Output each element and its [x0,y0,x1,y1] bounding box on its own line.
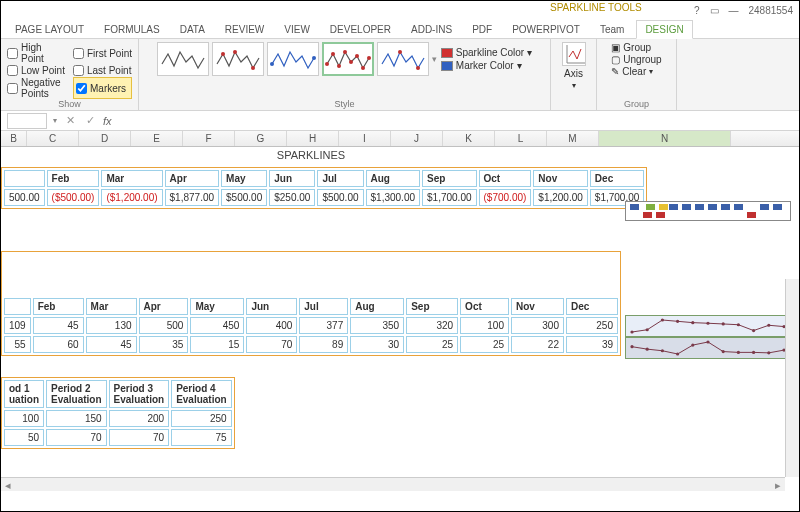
chk-high-point[interactable]: High Point [7,42,65,64]
svg-point-7 [337,64,341,68]
col-header-N[interactable]: N [599,131,731,146]
tab-data[interactable]: DATA [172,21,213,38]
svg-rect-20 [669,204,678,210]
scrollbar-vertical[interactable] [785,279,799,477]
table-currency: FebMarAprMayJunJulAugSepOctNovDec 500.00… [1,167,647,209]
ribbon-tabs: PAGE LAYOUT FORMULAS DATA REVIEW VIEW DE… [1,19,799,39]
svg-point-31 [630,330,633,333]
enter-icon[interactable]: ✓ [83,114,97,127]
chk-markers[interactable]: Markers [73,77,132,99]
group-label-group: Group [603,99,670,109]
col-header-H[interactable]: H [287,131,339,146]
ungroup-icon: ▢ [611,54,620,65]
svg-point-40 [767,324,770,327]
col-header-K[interactable]: K [443,131,495,146]
svg-rect-23 [708,204,717,210]
tab-pdf[interactable]: PDF [464,21,500,38]
svg-point-6 [331,52,335,56]
col-header-E[interactable]: E [131,131,183,146]
ribbon-group-group: ▣Group ▢Ungroup ✎Clear▾ Group [597,39,677,110]
tab-team[interactable]: Team [592,21,632,38]
svg-point-47 [706,340,709,343]
col-header-D[interactable]: D [79,131,131,146]
col-header-M[interactable]: M [547,131,599,146]
col-header-F[interactable]: F [183,131,235,146]
minimize-icon[interactable]: — [729,5,739,16]
style-item-2[interactable] [212,42,264,76]
tab-view[interactable]: VIEW [276,21,318,38]
title-bar: SPARKLINE TOOLS ? ▭ — 24881554 [1,1,799,19]
name-box[interactable] [7,113,47,129]
svg-point-10 [355,54,359,58]
svg-point-35 [691,321,694,324]
svg-point-49 [737,351,740,354]
svg-point-51 [767,351,770,354]
svg-point-8 [343,50,347,54]
svg-point-38 [737,323,740,326]
svg-point-9 [349,60,353,64]
marker-color-button[interactable]: Marker Color▾ [441,60,532,71]
svg-point-2 [251,66,255,70]
tab-powerpivot[interactable]: POWERPIVOT [504,21,588,38]
col-header-G[interactable]: G [235,131,287,146]
col-header-L[interactable]: L [495,131,547,146]
ungroup-button[interactable]: ▢Ungroup [611,54,661,65]
svg-point-48 [722,350,725,353]
sparkline-line-1[interactable] [625,315,791,337]
svg-point-3 [270,62,274,66]
style-gallery[interactable]: ▾ [157,42,437,76]
svg-point-36 [706,322,709,325]
axis-button[interactable]: Axis▾ [562,42,586,90]
style-item-4-selected[interactable] [322,42,374,76]
cancel-icon[interactable]: ✕ [63,114,77,127]
group-button[interactable]: ▣Group [611,42,661,53]
style-item-3[interactable] [267,42,319,76]
svg-point-4 [312,56,316,60]
col-header-C[interactable]: C [27,131,79,146]
col-header-B[interactable]: B [1,131,27,146]
ribbon-options-icon[interactable]: ▭ [710,5,719,16]
chk-first-point[interactable]: First Point [73,42,132,64]
sparkline-color-button[interactable]: Sparkline Color▾ [441,47,532,58]
tab-review[interactable]: REVIEW [217,21,272,38]
svg-rect-22 [695,204,704,210]
ribbon: High Point First Point Low Point Last Po… [1,39,799,111]
tab-formulas[interactable]: FORMULAS [96,21,168,38]
fx-label[interactable]: fx [103,115,112,127]
chk-last-point[interactable]: Last Point [73,65,132,76]
col-header-I[interactable]: I [339,131,391,146]
style-item-5[interactable] [377,42,429,76]
chk-low-point[interactable]: Low Point [7,65,65,76]
tab-page-layout[interactable]: PAGE LAYOUT [7,21,92,38]
svg-rect-17 [630,204,639,210]
contextual-tab-label: SPARKLINE TOOLS [550,0,642,18]
svg-point-1 [233,50,237,54]
sparkline-line-2[interactable] [625,337,791,359]
ribbon-group-style: ▾ Sparkline Color▾ Marker Color▾ Style [139,39,551,110]
doc-id: 24881554 [749,5,794,16]
tab-addins[interactable]: ADD-INS [403,21,460,38]
style-item-1[interactable] [157,42,209,76]
svg-rect-24 [721,204,730,210]
help-icon[interactable]: ? [694,5,700,16]
table-counts: FebMarAprMayJunJulAugSepOctNovDec 109451… [1,251,621,356]
chk-negative-points[interactable]: Negative Points [7,77,65,99]
svg-rect-29 [646,204,655,210]
tab-design[interactable]: DESIGN [636,20,692,39]
gallery-more-icon[interactable]: ▾ [432,54,437,64]
svg-point-5 [325,62,329,66]
clear-button[interactable]: ✎Clear▾ [611,66,661,77]
svg-point-0 [221,52,225,56]
dropdown-icon: ▾ [517,60,522,71]
group-icon: ▣ [611,42,620,53]
tab-developer[interactable]: DEVELOPER [322,21,399,38]
svg-point-44 [661,349,664,352]
worksheet[interactable]: SPARKLINES FebMarAprMayJunJulAugSepOctNo… [1,147,799,491]
scrollbar-horizontal[interactable]: ◂▸ [1,477,785,491]
svg-rect-27 [760,204,769,210]
sparkline-winloss[interactable] [625,201,791,221]
col-header-J[interactable]: J [391,131,443,146]
svg-rect-26 [747,212,756,218]
svg-rect-28 [773,204,782,210]
ribbon-group-show: High Point First Point Low Point Last Po… [1,39,139,110]
